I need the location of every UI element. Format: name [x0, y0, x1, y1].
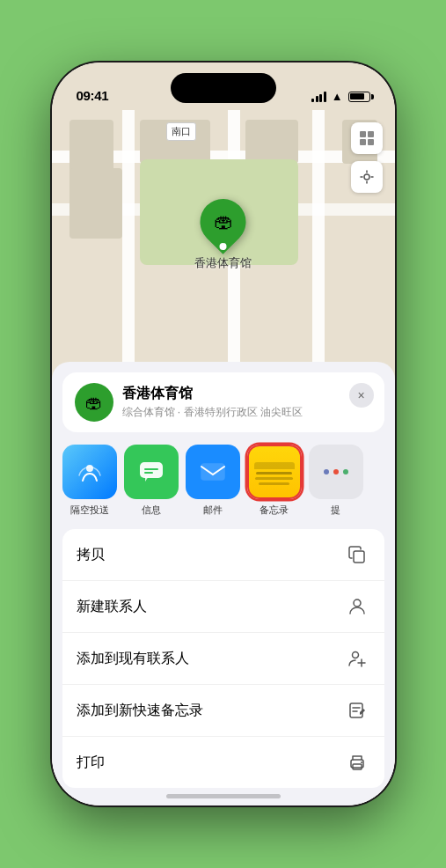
- svg-point-5: [86, 465, 93, 472]
- share-item-airdrop[interactable]: 隔空投送: [62, 445, 117, 517]
- action-copy[interactable]: 拷贝: [62, 529, 384, 581]
- location-button[interactable]: [351, 161, 383, 193]
- signal-icon: [311, 92, 326, 102]
- svg-point-11: [354, 600, 361, 607]
- svg-rect-15: [350, 703, 362, 717]
- svg-point-12: [352, 652, 358, 658]
- location-card: 🏟 香港体育馆 综合体育馆 · 香港特别行政区 油尖旺区 ×: [62, 372, 384, 432]
- mail-label: 邮件: [203, 504, 223, 517]
- person-add-icon: [344, 645, 370, 672]
- action-new-contact-label: 新建联系人: [77, 598, 147, 616]
- action-new-contact[interactable]: 新建联系人: [62, 581, 384, 633]
- map-type-button[interactable]: [351, 122, 383, 154]
- more-label: 提: [331, 504, 340, 517]
- share-item-mail[interactable]: 邮件: [186, 445, 240, 517]
- svg-rect-10: [354, 551, 364, 563]
- bottom-sheet: 🏟 香港体育馆 综合体育馆 · 香港特别行政区 油尖旺区 ×: [52, 362, 395, 805]
- location-description: 综合体育馆 · 香港特别行政区 油尖旺区: [122, 405, 372, 420]
- phone-screen: 09:41 ▲: [52, 63, 395, 805]
- share-row: 隔空投送 信息: [52, 432, 395, 522]
- svg-point-20: [361, 761, 362, 763]
- more-apps-icon: [309, 445, 363, 499]
- airdrop-icon: [62, 445, 117, 499]
- airdrop-label: 隔空投送: [70, 504, 109, 517]
- svg-rect-9: [201, 464, 224, 480]
- action-add-existing-label: 添加到现有联系人: [77, 650, 189, 668]
- svg-rect-3: [368, 139, 374, 145]
- person-icon: [344, 593, 370, 620]
- location-info: 香港体育馆 综合体育馆 · 香港特别行政区 油尖旺区: [122, 385, 372, 420]
- stadium-map-label: 香港体育馆: [194, 255, 252, 271]
- svg-rect-8: [144, 472, 153, 474]
- svg-point-4: [364, 174, 369, 180]
- status-time: 09:41: [77, 88, 109, 103]
- share-item-notes[interactable]: 备忘录: [247, 445, 302, 517]
- notes-icon: [247, 445, 302, 499]
- svg-rect-7: [144, 468, 158, 470]
- svg-rect-19: [353, 764, 362, 769]
- dynamic-island: [171, 73, 276, 103]
- messages-icon: [124, 445, 179, 499]
- svg-rect-0: [360, 131, 366, 137]
- action-quick-note[interactable]: 添加到新快速备忘录: [62, 685, 384, 737]
- phone-frame: 09:41 ▲: [52, 63, 395, 805]
- share-item-more[interactable]: 提: [309, 445, 363, 517]
- close-button[interactable]: ×: [349, 383, 374, 408]
- action-print[interactable]: 打印: [62, 737, 384, 788]
- messages-label: 信息: [142, 504, 161, 517]
- stadium-icon: 🏟: [214, 210, 233, 233]
- quick-note-icon: [344, 697, 370, 724]
- battery-icon: [348, 92, 370, 102]
- svg-rect-1: [368, 131, 374, 137]
- action-print-label: 打印: [77, 754, 105, 772]
- action-copy-label: 拷贝: [77, 546, 105, 564]
- action-quick-note-label: 添加到新快速备忘录: [77, 702, 203, 720]
- svg-rect-2: [360, 139, 366, 145]
- share-item-messages[interactable]: 信息: [124, 445, 179, 517]
- mail-icon: [186, 445, 240, 499]
- action-add-existing[interactable]: 添加到现有联系人: [62, 633, 384, 685]
- action-list: 拷贝 新建联系人: [62, 529, 384, 788]
- status-icons: ▲: [311, 90, 369, 103]
- map-controls: [351, 122, 383, 200]
- map-label: 南口: [166, 122, 196, 141]
- stadium-pin-dot: [220, 243, 227, 250]
- location-name: 香港体育馆: [122, 385, 372, 403]
- location-venue-icon: 🏟: [75, 383, 113, 422]
- copy-icon: [344, 541, 370, 568]
- notes-label: 备忘录: [260, 504, 289, 517]
- stadium-marker[interactable]: 🏟 香港体育馆: [194, 199, 252, 271]
- home-indicator: [166, 794, 281, 798]
- wifi-icon: ▲: [332, 90, 343, 103]
- print-icon: [344, 749, 370, 776]
